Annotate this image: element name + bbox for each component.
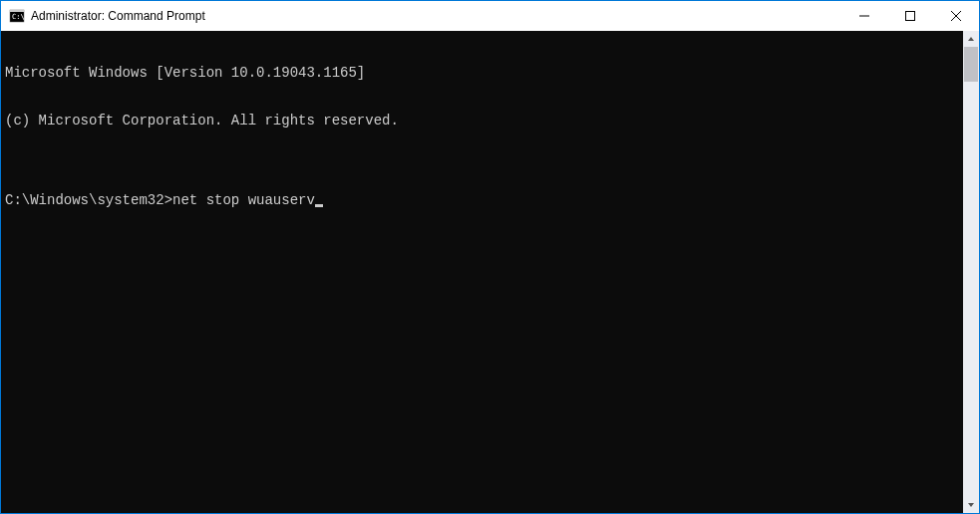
scrollbar-down-button[interactable] bbox=[963, 497, 979, 513]
window-controls bbox=[841, 1, 979, 31]
scrollbar-thumb[interactable] bbox=[964, 47, 978, 82]
svg-text:C:\: C:\ bbox=[12, 13, 25, 21]
text-cursor bbox=[315, 204, 323, 207]
cmd-icon: C:\ bbox=[9, 8, 25, 24]
console-area: Microsoft Windows [Version 10.0.19043.11… bbox=[1, 31, 979, 513]
close-button[interactable] bbox=[933, 1, 979, 31]
minimize-button[interactable] bbox=[841, 1, 887, 31]
scrollbar-track[interactable] bbox=[963, 47, 979, 497]
vertical-scrollbar[interactable] bbox=[963, 31, 979, 513]
console-command-input[interactable]: net stop wuauserv bbox=[172, 192, 315, 208]
window-title: Administrator: Command Prompt bbox=[31, 9, 841, 23]
svg-rect-1 bbox=[10, 10, 24, 12]
svg-rect-4 bbox=[906, 12, 915, 21]
console-output-line: (c) Microsoft Corporation. All rights re… bbox=[5, 113, 959, 128]
console-prompt: C:\Windows\system32> bbox=[5, 192, 172, 208]
title-bar[interactable]: C:\ Administrator: Command Prompt bbox=[1, 1, 979, 31]
console-content[interactable]: Microsoft Windows [Version 10.0.19043.11… bbox=[1, 31, 963, 513]
console-output-line: Microsoft Windows [Version 10.0.19043.11… bbox=[5, 65, 959, 81]
maximize-button[interactable] bbox=[887, 1, 933, 31]
command-prompt-window: C:\ Administrator: Command Prompt bbox=[1, 1, 979, 513]
scrollbar-up-button[interactable] bbox=[963, 31, 979, 47]
console-prompt-line: C:\Windows\system32>net stop wuauserv bbox=[5, 192, 959, 208]
